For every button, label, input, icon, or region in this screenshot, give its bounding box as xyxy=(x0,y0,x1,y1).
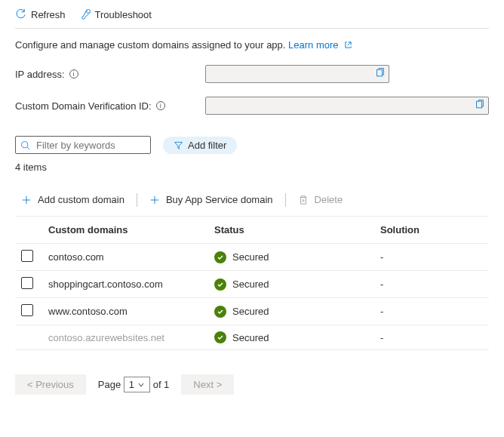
learn-more-link[interactable]: Learn more xyxy=(288,39,352,51)
external-link-icon xyxy=(344,40,352,51)
status-cell: Secured xyxy=(214,306,368,318)
verification-id-row: Custom Domain Verification ID: i xyxy=(15,97,489,115)
buy-domain-button[interactable]: Buy App Service domain xyxy=(143,191,279,208)
check-circle-icon xyxy=(214,306,226,318)
row-checkbox[interactable] xyxy=(21,304,33,316)
table-row[interactable]: www.contoso.com Secured - xyxy=(15,298,489,325)
copy-verification-button[interactable] xyxy=(475,100,485,112)
search-icon xyxy=(20,140,30,150)
add-custom-domain-button[interactable]: Add custom domain xyxy=(15,191,131,208)
svg-point-2 xyxy=(22,141,28,147)
check-circle-icon xyxy=(214,331,226,343)
filter-icon xyxy=(174,140,183,150)
status-cell: Secured xyxy=(214,279,368,291)
table-row: contoso.azurewebsites.net Secured - xyxy=(15,325,489,350)
items-count: 4 items xyxy=(15,162,489,173)
refresh-button[interactable]: Refresh xyxy=(15,9,66,20)
status-cell: Secured xyxy=(214,251,368,263)
row-checkbox[interactable] xyxy=(21,277,33,289)
trash-icon xyxy=(298,195,309,205)
solution-cell: - xyxy=(374,271,489,298)
separator xyxy=(137,193,137,207)
status-cell: Secured xyxy=(214,331,368,343)
next-page-button: Next > xyxy=(181,374,234,395)
add-filter-button[interactable]: Add filter xyxy=(163,137,237,154)
solution-cell: - xyxy=(374,298,489,325)
solution-cell: - xyxy=(374,244,489,271)
troubleshoot-button[interactable]: Troubleshoot xyxy=(79,9,152,20)
add-domain-label: Add custom domain xyxy=(38,194,124,205)
prev-page-button: < Previous xyxy=(15,374,86,395)
copy-icon xyxy=(475,100,485,110)
table-row[interactable]: contoso.com Secured - xyxy=(15,244,489,271)
domain-cell: shoppingcart.contoso.com xyxy=(42,271,208,298)
svg-rect-1 xyxy=(477,101,482,108)
page-toolbar: Refresh Troubleshoot xyxy=(15,9,489,29)
intro-text: Configure and manage custom domains assi… xyxy=(15,39,489,51)
verification-id-label: Custom Domain Verification ID: i xyxy=(15,100,205,112)
wrench-icon xyxy=(79,9,91,20)
filter-input[interactable] xyxy=(35,139,146,152)
table-row[interactable]: shoppingcart.contoso.com Secured - xyxy=(15,271,489,298)
domain-cell: www.contoso.com xyxy=(42,298,208,325)
refresh-label: Refresh xyxy=(31,9,66,20)
domain-cell: contoso.com xyxy=(42,244,208,271)
info-icon[interactable]: i xyxy=(69,69,78,78)
delete-label: Delete xyxy=(315,194,343,205)
buy-domain-label: Buy App Service domain xyxy=(166,194,273,205)
troubleshoot-label: Troubleshoot xyxy=(95,9,152,20)
page-indicator: Page 1 of 1 xyxy=(98,377,170,392)
plus-icon xyxy=(21,195,32,205)
filter-input-wrap[interactable] xyxy=(15,136,151,154)
copy-icon xyxy=(375,68,386,78)
action-bar: Add custom domain Buy App Service domain… xyxy=(15,191,489,208)
separator xyxy=(285,193,286,207)
solution-cell: - xyxy=(374,325,489,350)
filter-row: Add filter xyxy=(15,136,489,154)
domain-cell: contoso.azurewebsites.net xyxy=(42,325,208,350)
chevron-down-icon xyxy=(137,381,145,389)
pager: < Previous Page 1 of 1 Next > xyxy=(15,374,489,395)
ip-address-label: IP address: i xyxy=(15,69,205,80)
check-circle-icon xyxy=(214,251,226,263)
col-domain[interactable]: Custom domains xyxy=(42,217,208,244)
plus-icon xyxy=(149,195,160,205)
delete-button: Delete xyxy=(292,191,349,208)
learn-more-label: Learn more xyxy=(288,39,338,51)
intro-message: Configure and manage custom domains assi… xyxy=(15,39,285,51)
info-icon[interactable]: i xyxy=(156,101,165,110)
copy-ip-button[interactable] xyxy=(375,68,386,81)
verification-id-field xyxy=(205,97,489,115)
row-checkbox[interactable] xyxy=(21,250,33,262)
ip-address-field xyxy=(205,65,389,83)
ip-address-row: IP address: i xyxy=(15,65,489,83)
domains-table: Custom domains Status Solution contoso.c… xyxy=(15,216,489,350)
refresh-icon xyxy=(15,9,26,20)
add-filter-label: Add filter xyxy=(188,140,226,151)
col-checkbox xyxy=(15,217,42,244)
page-select[interactable]: 1 xyxy=(124,377,150,392)
col-solution[interactable]: Solution xyxy=(374,217,489,244)
check-circle-icon xyxy=(214,279,226,291)
svg-rect-0 xyxy=(377,69,383,76)
col-status[interactable]: Status xyxy=(208,217,374,244)
